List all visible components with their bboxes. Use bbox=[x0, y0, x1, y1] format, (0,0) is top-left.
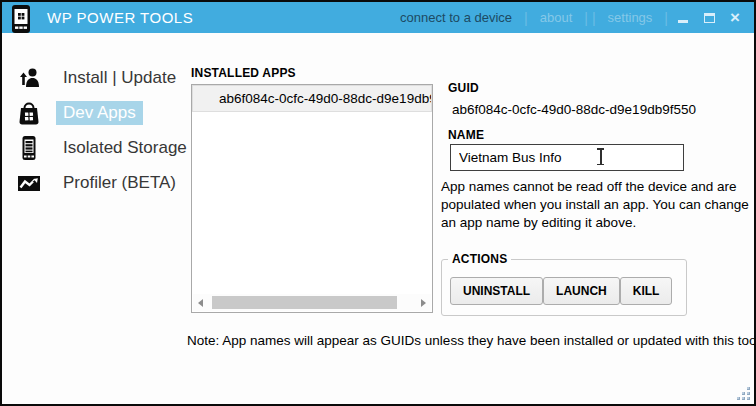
scrollbar-track[interactable] bbox=[208, 296, 416, 309]
footer-note: Note: App names will appear as GUIDs unl… bbox=[187, 333, 756, 348]
shopping-bag-windows-icon bbox=[14, 100, 44, 126]
launch-button[interactable]: LAUNCH bbox=[543, 277, 620, 305]
phone-logo-icon bbox=[11, 5, 33, 33]
connect-to-device-menu-item[interactable]: connect to a device bbox=[390, 10, 522, 25]
window-controls: × bbox=[670, 2, 748, 33]
installed-app-list-item[interactable]: ab6f084c-0cfc-49d0-88dc-d9e19db9f550 bbox=[192, 85, 432, 112]
resize-grip[interactable] bbox=[734, 384, 750, 400]
chart-zigzag-icon bbox=[14, 170, 44, 196]
menu-separator: | bbox=[590, 10, 598, 26]
maximize-icon bbox=[704, 13, 715, 23]
sidebar-item-label: Install | Update bbox=[56, 66, 183, 90]
maximize-button[interactable] bbox=[696, 2, 722, 33]
menu-separator: | bbox=[662, 10, 670, 26]
scroll-left-button[interactable] bbox=[193, 294, 208, 311]
installed-apps-label: INSTALLED APPS bbox=[191, 66, 296, 80]
titlebar-menu: connect to a device | about | | settings… bbox=[390, 2, 754, 33]
minimize-icon bbox=[678, 20, 688, 23]
app-name-input[interactable] bbox=[450, 144, 684, 171]
sidebar-item-install-update[interactable]: Install | Update bbox=[10, 60, 188, 95]
sidebar-item-profiler[interactable]: Profiler (BETA) bbox=[10, 165, 188, 200]
app-window: WP POWER TOOLS connect to a device | abo… bbox=[0, 0, 756, 406]
actions-group: ACTIONS UNINSTALL LAUNCH KILL bbox=[441, 259, 687, 316]
name-label: NAME bbox=[448, 128, 484, 142]
close-button[interactable]: × bbox=[722, 2, 748, 33]
scroll-right-icon bbox=[421, 299, 426, 307]
sidebar-item-isolated-storage[interactable]: Isolated Storage bbox=[10, 130, 188, 165]
title-bar: WP POWER TOOLS connect to a device | abo… bbox=[2, 2, 754, 33]
phone-storage-icon bbox=[14, 135, 44, 161]
uninstall-button[interactable]: UNINSTALL bbox=[450, 277, 543, 305]
installed-apps-listbox[interactable]: ab6f084c-0cfc-49d0-88dc-d9e19db9f550 bbox=[191, 84, 433, 313]
sidebar-item-label: Profiler (BETA) bbox=[56, 171, 183, 195]
about-menu-item[interactable]: about bbox=[530, 10, 583, 25]
scroll-left-icon bbox=[198, 299, 203, 307]
minimize-button[interactable] bbox=[670, 2, 696, 33]
guid-value: ab6f084c-0cfc-49d0-88dc-d9e19db9f550 bbox=[452, 102, 696, 117]
person-upload-icon bbox=[14, 65, 44, 91]
scrollbar-thumb[interactable] bbox=[212, 296, 397, 309]
name-help-text: App names cannot be read off the device … bbox=[441, 178, 755, 232]
kill-button[interactable]: KILL bbox=[620, 277, 673, 305]
menu-separator: | bbox=[582, 10, 590, 26]
actions-buttons: UNINSTALL LAUNCH KILL bbox=[442, 260, 686, 315]
horizontal-scrollbar[interactable] bbox=[193, 294, 431, 311]
sidebar: Install | Update Dev Apps bbox=[10, 60, 188, 200]
sidebar-item-label: Isolated Storage bbox=[56, 136, 194, 160]
sidebar-item-label: Dev Apps bbox=[56, 101, 143, 125]
menu-separator: | bbox=[522, 10, 530, 26]
app-title: WP POWER TOOLS bbox=[47, 9, 193, 26]
sidebar-item-dev-apps[interactable]: Dev Apps bbox=[10, 95, 188, 130]
scroll-right-button[interactable] bbox=[416, 294, 431, 311]
guid-label: GUID bbox=[448, 81, 479, 95]
settings-menu-item[interactable]: settings bbox=[598, 10, 663, 25]
close-icon: × bbox=[730, 9, 740, 26]
